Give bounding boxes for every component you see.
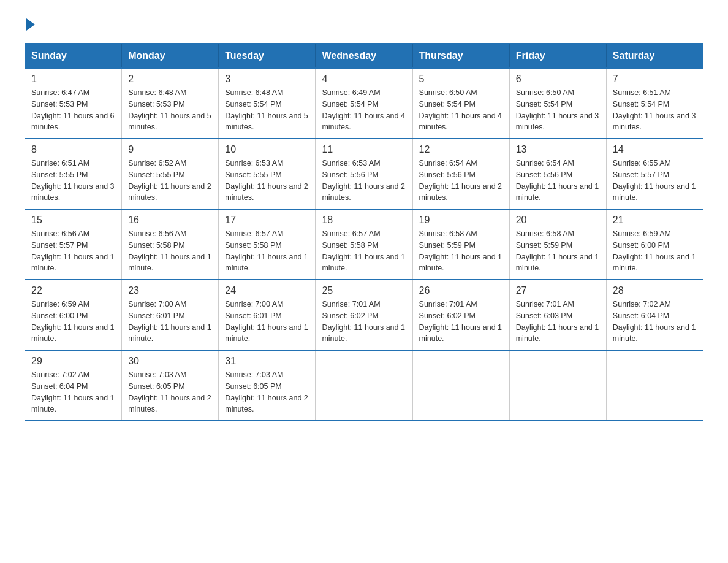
day-number: 20 [516,215,600,226]
calendar-cell: 4 Sunrise: 6:49 AM Sunset: 5:54 PM Dayli… [316,68,412,139]
calendar-cell: 2 Sunrise: 6:48 AM Sunset: 5:53 PM Dayli… [122,68,219,139]
day-number: 19 [419,215,503,226]
day-info: Sunrise: 6:59 AM Sunset: 6:00 PM Dayligh… [31,299,115,345]
week-row-3: 15 Sunrise: 6:56 AM Sunset: 5:57 PM Dayl… [25,209,703,280]
day-number: 16 [128,215,212,226]
weekday-header-monday: Monday [122,44,219,68]
calendar-cell: 10 Sunrise: 6:53 AM Sunset: 5:55 PM Dayl… [219,139,316,209]
day-number: 4 [322,74,406,85]
day-info: Sunrise: 7:00 AM Sunset: 6:01 PM Dayligh… [128,299,212,345]
calendar-cell: 19 Sunrise: 6:58 AM Sunset: 5:59 PM Dayl… [412,209,509,280]
day-info: Sunrise: 6:53 AM Sunset: 5:56 PM Dayligh… [322,158,406,204]
week-row-1: 1 Sunrise: 6:47 AM Sunset: 5:53 PM Dayli… [25,68,703,139]
day-number: 30 [128,356,212,367]
calendar-cell: 13 Sunrise: 6:54 AM Sunset: 5:56 PM Dayl… [509,139,606,209]
day-number: 10 [225,144,309,155]
day-number: 9 [128,144,212,155]
weekday-header-row: SundayMondayTuesdayWednesdayThursdayFrid… [25,44,703,68]
day-number: 27 [516,285,600,296]
day-info: Sunrise: 7:00 AM Sunset: 6:01 PM Dayligh… [225,299,309,345]
day-info: Sunrise: 7:03 AM Sunset: 6:05 PM Dayligh… [128,369,212,415]
calendar-cell: 5 Sunrise: 6:50 AM Sunset: 5:54 PM Dayli… [412,68,509,139]
day-info: Sunrise: 7:01 AM Sunset: 6:02 PM Dayligh… [322,299,406,345]
week-row-4: 22 Sunrise: 6:59 AM Sunset: 6:00 PM Dayl… [25,280,703,350]
weekday-header-sunday: Sunday [25,44,122,68]
day-info: Sunrise: 6:52 AM Sunset: 5:55 PM Dayligh… [128,158,212,204]
weekday-header-saturday: Saturday [606,44,703,68]
calendar-cell: 7 Sunrise: 6:51 AM Sunset: 5:54 PM Dayli… [606,68,703,139]
day-number: 14 [613,144,697,155]
calendar-cell: 26 Sunrise: 7:01 AM Sunset: 6:02 PM Dayl… [412,280,509,350]
calendar-cell: 23 Sunrise: 7:00 AM Sunset: 6:01 PM Dayl… [122,280,219,350]
day-info: Sunrise: 6:51 AM Sunset: 5:54 PM Dayligh… [613,87,697,133]
day-number: 17 [225,215,309,226]
day-number: 8 [31,144,115,155]
calendar-cell: 8 Sunrise: 6:51 AM Sunset: 5:55 PM Dayli… [25,139,122,209]
day-number: 22 [31,285,115,296]
day-number: 24 [225,285,309,296]
day-number: 25 [322,285,406,296]
day-number: 13 [516,144,600,155]
calendar-cell: 22 Sunrise: 6:59 AM Sunset: 6:00 PM Dayl… [25,280,122,350]
day-number: 3 [225,74,309,85]
week-row-2: 8 Sunrise: 6:51 AM Sunset: 5:55 PM Dayli… [25,139,703,209]
weekday-header-wednesday: Wednesday [316,44,412,68]
day-number: 1 [31,74,115,85]
weekday-header-tuesday: Tuesday [219,44,316,68]
calendar-cell: 24 Sunrise: 7:00 AM Sunset: 6:01 PM Dayl… [219,280,316,350]
calendar-cell: 6 Sunrise: 6:50 AM Sunset: 5:54 PM Dayli… [509,68,606,139]
calendar-cell: 29 Sunrise: 7:02 AM Sunset: 6:04 PM Dayl… [25,350,122,421]
calendar-cell: 15 Sunrise: 6:56 AM Sunset: 5:57 PM Dayl… [25,209,122,280]
day-number: 28 [613,285,697,296]
calendar-cell: 9 Sunrise: 6:52 AM Sunset: 5:55 PM Dayli… [122,139,219,209]
calendar-cell: 31 Sunrise: 7:03 AM Sunset: 6:05 PM Dayl… [219,350,316,421]
week-row-5: 29 Sunrise: 7:02 AM Sunset: 6:04 PM Dayl… [25,350,703,421]
day-number: 12 [419,144,503,155]
day-info: Sunrise: 7:02 AM Sunset: 6:04 PM Dayligh… [31,369,115,415]
day-info: Sunrise: 6:50 AM Sunset: 5:54 PM Dayligh… [516,87,600,133]
day-info: Sunrise: 6:55 AM Sunset: 5:57 PM Dayligh… [613,158,697,204]
calendar-cell [316,350,412,421]
calendar-cell: 28 Sunrise: 7:02 AM Sunset: 6:04 PM Dayl… [606,280,703,350]
day-number: 5 [419,74,503,85]
calendar-cell [606,350,703,421]
day-info: Sunrise: 6:48 AM Sunset: 5:54 PM Dayligh… [225,87,309,133]
day-info: Sunrise: 6:53 AM Sunset: 5:55 PM Dayligh… [225,158,309,204]
day-info: Sunrise: 7:03 AM Sunset: 6:05 PM Dayligh… [225,369,309,415]
calendar-cell: 30 Sunrise: 7:03 AM Sunset: 6:05 PM Dayl… [122,350,219,421]
day-number: 11 [322,144,406,155]
day-info: Sunrise: 6:59 AM Sunset: 6:00 PM Dayligh… [613,228,697,274]
day-info: Sunrise: 6:54 AM Sunset: 5:56 PM Dayligh… [516,158,600,204]
calendar-cell [509,350,606,421]
calendar-cell: 18 Sunrise: 6:57 AM Sunset: 5:58 PM Dayl… [316,209,412,280]
weekday-header-thursday: Thursday [412,44,509,68]
calendar-cell: 11 Sunrise: 6:53 AM Sunset: 5:56 PM Dayl… [316,139,412,209]
day-info: Sunrise: 6:56 AM Sunset: 5:57 PM Dayligh… [31,228,115,274]
calendar-cell: 12 Sunrise: 6:54 AM Sunset: 5:56 PM Dayl… [412,139,509,209]
day-info: Sunrise: 6:51 AM Sunset: 5:55 PM Dayligh… [31,158,115,204]
calendar-cell: 16 Sunrise: 6:56 AM Sunset: 5:58 PM Dayl… [122,209,219,280]
day-number: 31 [225,356,309,367]
day-info: Sunrise: 6:50 AM Sunset: 5:54 PM Dayligh… [419,87,503,133]
day-info: Sunrise: 6:54 AM Sunset: 5:56 PM Dayligh… [419,158,503,204]
calendar-cell: 20 Sunrise: 6:58 AM Sunset: 5:59 PM Dayl… [509,209,606,280]
day-number: 26 [419,285,503,296]
day-number: 6 [516,74,600,85]
day-info: Sunrise: 6:57 AM Sunset: 5:58 PM Dayligh… [322,228,406,274]
day-number: 15 [31,215,115,226]
day-number: 21 [613,215,697,226]
day-number: 23 [128,285,212,296]
day-info: Sunrise: 6:48 AM Sunset: 5:53 PM Dayligh… [128,87,212,133]
calendar-cell: 14 Sunrise: 6:55 AM Sunset: 5:57 PM Dayl… [606,139,703,209]
day-number: 7 [613,74,697,85]
weekday-header-friday: Friday [509,44,606,68]
day-number: 29 [31,356,115,367]
day-info: Sunrise: 6:57 AM Sunset: 5:58 PM Dayligh… [225,228,309,274]
day-info: Sunrise: 7:02 AM Sunset: 6:04 PM Dayligh… [613,299,697,345]
calendar-cell: 3 Sunrise: 6:48 AM Sunset: 5:54 PM Dayli… [219,68,316,139]
day-info: Sunrise: 7:01 AM Sunset: 6:03 PM Dayligh… [516,299,600,345]
calendar-cell: 17 Sunrise: 6:57 AM Sunset: 5:58 PM Dayl… [219,209,316,280]
calendar-cell: 1 Sunrise: 6:47 AM Sunset: 5:53 PM Dayli… [25,68,122,139]
calendar-cell [412,350,509,421]
day-info: Sunrise: 6:58 AM Sunset: 5:59 PM Dayligh… [516,228,600,274]
